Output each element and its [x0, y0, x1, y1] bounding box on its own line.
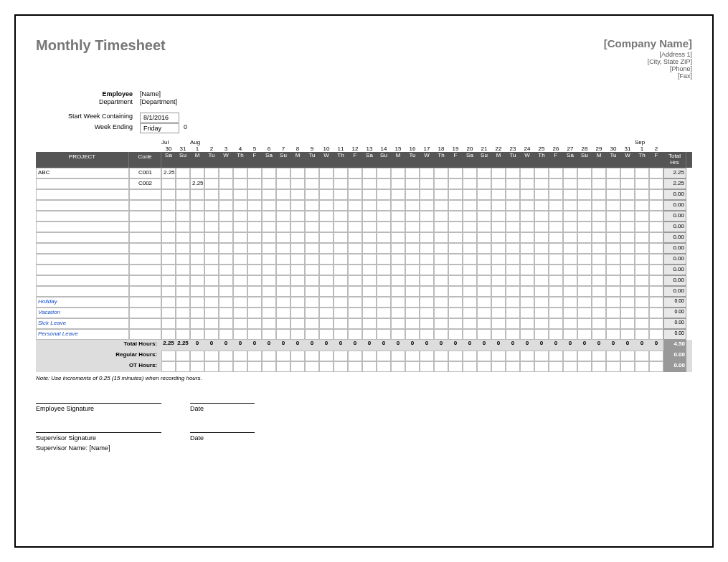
hours-cell[interactable] [319, 243, 334, 254]
hours-cell[interactable] [290, 178, 305, 189]
leave-hours-cell[interactable] [204, 297, 219, 308]
hours-cell[interactable] [635, 275, 649, 286]
hours-cell[interactable] [290, 189, 305, 200]
hours-cell[interactable] [161, 200, 176, 211]
regular-hours-cell[interactable] [563, 351, 577, 361]
leave-hours-cell[interactable] [247, 308, 262, 318]
hours-cell[interactable] [520, 275, 534, 286]
hours-cell[interactable] [506, 178, 520, 189]
hours-cell[interactable] [491, 232, 506, 243]
leave-hours-cell[interactable] [620, 318, 635, 329]
leave-hours-cell[interactable] [247, 329, 262, 340]
hours-cell[interactable] [620, 222, 635, 232]
leave-hours-cell[interactable] [577, 329, 592, 340]
leave-hours-cell[interactable] [319, 297, 334, 308]
hours-cell[interactable] [247, 222, 262, 232]
project-cell[interactable] [36, 275, 129, 286]
leave-hours-cell[interactable] [649, 329, 663, 340]
hours-cell[interactable] [506, 211, 520, 222]
leave-hours-cell[interactable] [176, 297, 190, 308]
hours-cell[interactable] [247, 243, 262, 254]
hours-cell[interactable] [491, 286, 506, 297]
hours-cell[interactable] [176, 243, 190, 254]
hours-cell[interactable] [290, 254, 305, 265]
hours-cell[interactable] [448, 275, 463, 286]
regular-hours-cell[interactable] [534, 351, 549, 361]
regular-hours-cell[interactable] [620, 351, 635, 361]
hours-cell[interactable] [434, 254, 448, 265]
leave-hours-cell[interactable] [276, 308, 290, 318]
hours-cell[interactable] [290, 222, 305, 232]
hours-cell[interactable] [391, 178, 405, 189]
hours-cell[interactable] [262, 189, 276, 200]
hours-cell[interactable] [649, 189, 663, 200]
hours-cell[interactable] [391, 286, 405, 297]
hours-cell[interactable] [362, 286, 377, 297]
hours-cell[interactable] [491, 254, 506, 265]
leave-hours-cell[interactable] [477, 308, 491, 318]
hours-cell[interactable] [276, 254, 290, 265]
hours-cell[interactable] [620, 168, 635, 178]
leave-hours-cell[interactable] [491, 308, 506, 318]
leave-hours-cell[interactable] [592, 308, 606, 318]
ot-hours-cell[interactable] [506, 361, 520, 372]
hours-cell[interactable] [290, 200, 305, 211]
hours-cell[interactable] [362, 232, 377, 243]
leave-hours-cell[interactable] [305, 329, 319, 340]
hours-cell[interactable] [176, 178, 190, 189]
hours-cell[interactable] [405, 200, 420, 211]
hours-cell[interactable] [448, 232, 463, 243]
hours-cell[interactable] [620, 211, 635, 222]
hours-cell[interactable] [520, 254, 534, 265]
hours-cell[interactable] [463, 265, 477, 275]
hours-cell[interactable] [420, 275, 434, 286]
hours-cell[interactable] [549, 232, 563, 243]
leave-hours-cell[interactable] [434, 308, 448, 318]
hours-cell[interactable] [247, 254, 262, 265]
leave-hours-cell[interactable] [377, 308, 391, 318]
hours-cell[interactable] [463, 200, 477, 211]
regular-hours-cell[interactable] [247, 351, 262, 361]
hours-cell[interactable] [391, 200, 405, 211]
ot-hours-cell[interactable] [649, 361, 663, 372]
code-cell[interactable] [129, 189, 161, 200]
project-cell[interactable]: ABC [36, 168, 129, 178]
hours-cell[interactable] [606, 178, 620, 189]
hours-cell[interactable] [491, 200, 506, 211]
hours-cell[interactable] [520, 222, 534, 232]
hours-cell[interactable] [420, 178, 434, 189]
ot-hours-cell[interactable] [420, 361, 434, 372]
leave-hours-cell[interactable] [506, 318, 520, 329]
leave-hours-cell[interactable] [362, 297, 377, 308]
ot-hours-cell[interactable] [534, 361, 549, 372]
leave-hours-cell[interactable] [463, 329, 477, 340]
regular-hours-cell[interactable] [405, 351, 420, 361]
hours-cell[interactable] [405, 265, 420, 275]
leave-hours-cell[interactable] [534, 297, 549, 308]
hours-cell[interactable] [477, 200, 491, 211]
hours-cell[interactable] [477, 286, 491, 297]
hours-cell[interactable] [204, 243, 219, 254]
hours-cell[interactable] [204, 232, 219, 243]
hours-cell[interactable] [534, 178, 549, 189]
leave-hours-cell[interactable] [290, 329, 305, 340]
hours-cell[interactable] [290, 232, 305, 243]
hours-cell[interactable] [348, 232, 362, 243]
leave-hours-cell[interactable] [233, 308, 247, 318]
leave-hours-cell[interactable] [520, 308, 534, 318]
leave-hours-cell[interactable] [448, 297, 463, 308]
hours-cell[interactable] [247, 275, 262, 286]
hours-cell[interactable] [305, 178, 319, 189]
leave-hours-cell[interactable] [233, 318, 247, 329]
hours-cell[interactable] [563, 189, 577, 200]
hours-cell[interactable] [649, 286, 663, 297]
hours-cell[interactable] [620, 178, 635, 189]
hours-cell[interactable] [276, 275, 290, 286]
hours-cell[interactable] [491, 189, 506, 200]
leave-hours-cell[interactable] [262, 297, 276, 308]
hours-cell[interactable] [219, 275, 233, 286]
leave-hours-cell[interactable] [262, 329, 276, 340]
hours-cell[interactable] [434, 189, 448, 200]
hours-cell[interactable] [334, 222, 348, 232]
hours-cell[interactable] [276, 200, 290, 211]
